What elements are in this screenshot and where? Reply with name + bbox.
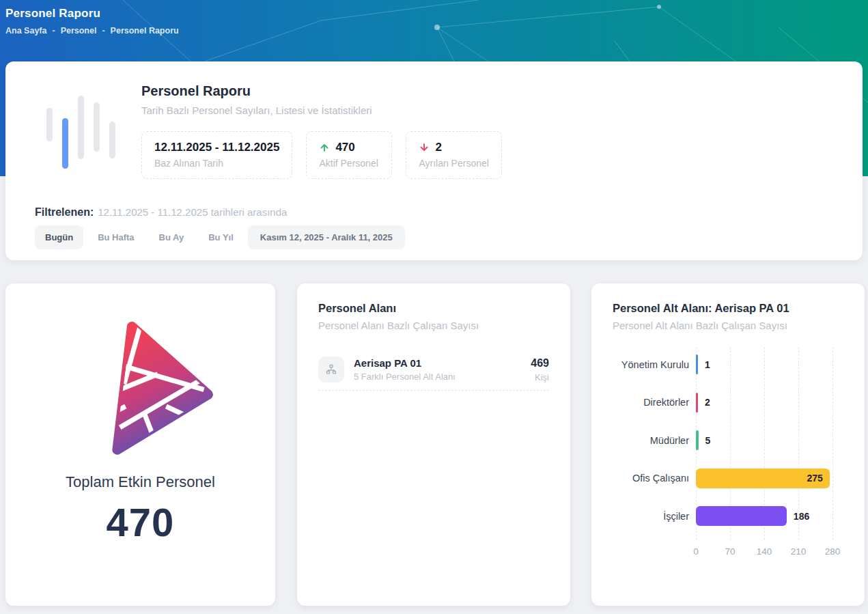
arrow-down-icon	[419, 142, 430, 153]
stat-departed-label: Ayrılan Personel	[419, 158, 488, 169]
report-summary-card: Personel Raporu Tarih Bazlı Personel Say…	[5, 61, 863, 260]
equalizer-icon	[41, 87, 120, 176]
personnel-area-card: Personel Alanı Personel Alanı Bazlı Çalı…	[297, 283, 570, 606]
subarea-title: Personel Alt Alanı: Aerisap PA 01	[613, 302, 789, 315]
bar-category-label: Ofis Çalışanı	[613, 472, 689, 484]
stat-row: 12.11.2025 - 11.12.2025 Baz Alınan Tarih…	[141, 131, 502, 179]
breadcrumb-separator: -	[52, 26, 55, 36]
x-axis-tick: 0	[693, 546, 699, 557]
total-active-label: Toplam Etkin Personel	[5, 473, 275, 491]
stat-active-value: 470	[335, 141, 354, 154]
filter-summary: Filtrelenen:12.11.2025 - 11.12.2025 tari…	[35, 206, 287, 219]
bar-value-label: 186	[794, 511, 809, 522]
breadcrumb-section[interactable]: Personel	[61, 26, 97, 36]
x-axis-tick: 210	[791, 546, 807, 557]
filter-summary-label: Filtrelenen:	[35, 206, 94, 218]
total-active-card: Toplam Etkin Personel 470	[5, 283, 275, 606]
personnel-area-subtitle: Personel Alanı Bazlı Çalışan Sayısı	[318, 320, 479, 331]
subarea-subtitle: Personel Alt Alanı Bazlı Çalışan Sayısı	[613, 320, 787, 331]
bar-value-label: 275	[807, 473, 822, 484]
stat-departed-personnel: 2 Ayrılan Personel	[406, 131, 501, 179]
bar-value-label: 2	[705, 397, 710, 408]
arrow-up-icon	[319, 142, 330, 153]
page-title: Personel Raporu	[5, 7, 100, 20]
bar-1[interactable]	[696, 393, 698, 413]
bar-category-label: İşçiler	[613, 510, 689, 522]
personnel-subarea-card: Personel Alt Alanı: Aerisap PA 01 Person…	[591, 283, 865, 606]
filter-chip-this-month[interactable]: Bu Ay	[149, 225, 195, 249]
personnel-area-list-item[interactable]: Aerisap PA 01 5 Farklı Personel Alt Alan…	[318, 350, 549, 389]
x-axis-tick: 140	[757, 546, 772, 557]
personnel-area-title: Personel Alanı	[318, 302, 396, 315]
breadcrumb-current: Personel Raporu	[111, 26, 179, 36]
filter-chip-this-year[interactable]: Bu Yıl	[198, 225, 244, 249]
brand-logo	[74, 321, 214, 461]
bar-0[interactable]	[696, 354, 698, 374]
stat-date-range: 12.11.2025 - 11.12.2025 Baz Alınan Tarih	[141, 131, 292, 179]
stat-departed-value: 2	[435, 141, 441, 154]
stat-date-range-label: Baz Alınan Tarih	[154, 158, 279, 169]
bar-4[interactable]	[696, 506, 787, 526]
breadcrumb: Ana Sayfa - Personel - Personel Raporu	[5, 26, 179, 36]
report-title: Personel Raporu	[141, 83, 251, 99]
area-item-name: Aerisap PA 01	[354, 357, 531, 369]
stat-date-range-value: 12.11.2025 - 11.12.2025	[154, 141, 279, 154]
filter-chip-date-range[interactable]: Kasım 12, 2025 - Aralık 11, 2025	[248, 225, 405, 249]
bar-category-label: Direktörler	[613, 396, 689, 408]
stat-active-personnel: 470 Aktif Personel	[306, 131, 392, 179]
bar-value-label: 5	[705, 435, 711, 446]
filter-summary-text: 12.11.2025 - 11.12.2025 tarihleri arasın…	[98, 206, 287, 218]
breadcrumb-home[interactable]: Ana Sayfa	[5, 26, 46, 36]
subarea-bar-chart: 070140210280Yönetim Kurulu1Direktörler2M…	[613, 347, 848, 560]
date-filter-chips: Bugün Bu Hafta Bu Ay Bu Yıl Kasım 12, 20…	[35, 225, 405, 249]
bar-2[interactable]	[696, 430, 699, 450]
bar-category-label: Müdürler	[613, 434, 689, 447]
area-item-value: 469	[531, 357, 549, 369]
filter-chip-this-week[interactable]: Bu Hafta	[87, 225, 144, 249]
report-subtitle: Tarih Bazlı Personel Sayıları, Listesi v…	[141, 104, 372, 116]
bar-value-label: 1	[705, 359, 710, 370]
list-divider	[318, 390, 549, 391]
bar-category-label: Yönetim Kurulu	[613, 359, 689, 371]
x-axis-tick: 280	[825, 546, 841, 557]
total-active-value: 470	[5, 499, 275, 545]
x-axis-tick: 70	[725, 546, 735, 557]
stat-active-label: Aktif Personel	[319, 158, 379, 169]
sitemap-icon	[318, 357, 344, 382]
area-item-detail: 5 Farklı Personel Alt Alanı	[354, 372, 531, 382]
gridline	[832, 347, 833, 540]
area-item-unit: Kişi	[531, 372, 549, 382]
filter-chip-today[interactable]: Bugün	[35, 225, 83, 249]
breadcrumb-separator: -	[102, 26, 104, 36]
